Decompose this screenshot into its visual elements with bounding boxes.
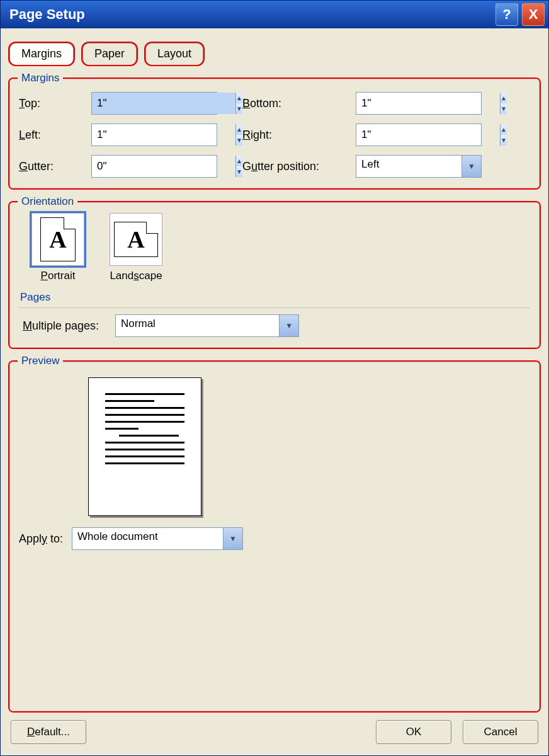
spinner-right-down-icon[interactable]: ▼	[501, 135, 507, 146]
input-gutter[interactable]	[92, 156, 235, 177]
orientation-landscape-label: Landscape	[110, 270, 162, 282]
spinner-right-up-icon[interactable]: ▲	[501, 124, 507, 135]
label-bottom: Bottom:	[242, 97, 356, 110]
label-gutter-pos: Gutter position:	[242, 160, 356, 173]
spinner-bottom-down-icon[interactable]: ▼	[501, 103, 507, 114]
chevron-down-icon[interactable]: ▼	[223, 528, 242, 549]
ok-button[interactable]: OK	[376, 720, 451, 744]
label-top: Top:	[19, 97, 91, 110]
label-apply-to: Apply to:	[19, 532, 63, 546]
input-left[interactable]	[92, 124, 235, 146]
input-right[interactable]	[356, 124, 500, 146]
spinner-bottom-up-icon[interactable]: ▲	[501, 93, 507, 103]
spinner-left[interactable]: ▲▼	[91, 123, 217, 146]
combo-multiple-pages-value: Normal	[116, 315, 279, 336]
combo-apply-to[interactable]: Whole document ▼	[72, 527, 243, 550]
chevron-down-icon[interactable]: ▼	[461, 156, 481, 177]
titlebar: Page Setup ? X	[1, 1, 548, 28]
label-gutter: Gutter:	[19, 160, 91, 173]
spinner-top-down-icon[interactable]: ▼	[236, 103, 242, 114]
close-icon[interactable]: X	[522, 3, 545, 26]
combo-gutter-pos[interactable]: Left ▼	[356, 155, 482, 178]
spinner-left-down-icon[interactable]: ▼	[236, 135, 242, 146]
combo-gutter-pos-value: Left	[356, 156, 461, 177]
orientation-landscape[interactable]: A Landscape	[110, 213, 162, 282]
group-margins-legend: Margins	[18, 72, 63, 84]
orientation-portrait-label: Portrait	[41, 270, 76, 282]
spinner-top-up-icon[interactable]: ▲	[236, 93, 242, 103]
input-bottom[interactable]	[356, 93, 500, 114]
chevron-down-icon[interactable]: ▼	[279, 315, 298, 336]
cancel-button[interactable]: Cancel	[463, 720, 538, 744]
spinner-right[interactable]: ▲▼	[356, 123, 482, 146]
combo-apply-to-value: Whole document	[72, 528, 223, 549]
label-multiple-pages: Multiple pages:	[23, 319, 99, 333]
group-orientation-legend: Orientation	[18, 195, 77, 208]
page-setup-dialog: Page Setup ? X Margins Paper Layout Marg…	[0, 0, 549, 756]
group-preview-legend: Preview	[18, 355, 63, 367]
tab-margins[interactable]: Margins	[9, 43, 74, 65]
help-icon[interactable]: ?	[495, 3, 518, 26]
default-button[interactable]: Default...	[11, 720, 86, 744]
label-right: Right:	[242, 129, 356, 142]
tab-layout[interactable]: Layout	[145, 43, 203, 65]
orientation-portrait[interactable]: A Portrait	[31, 213, 84, 282]
input-top[interactable]	[92, 93, 235, 114]
group-preview: Preview Apply to: Whole document ▼	[9, 362, 540, 711]
spinner-left-up-icon[interactable]: ▲	[236, 124, 242, 135]
spinner-gutter[interactable]: ▲▼	[91, 155, 217, 178]
combo-multiple-pages[interactable]: Normal ▼	[115, 314, 299, 337]
group-pages-legend: Pages	[20, 291, 530, 304]
landscape-page-icon: A	[114, 222, 158, 257]
portrait-page-icon: A	[40, 217, 76, 261]
tab-strip: Margins Paper Layout	[9, 37, 540, 65]
spinner-gutter-up-icon[interactable]: ▲	[236, 156, 242, 166]
spinner-bottom[interactable]: ▲▼	[356, 92, 482, 115]
spinner-top[interactable]: ▲▼	[91, 92, 217, 115]
tab-paper[interactable]: Paper	[82, 43, 137, 65]
dialog-button-bar: Default... OK Cancel	[1, 720, 548, 755]
group-margins: Margins Top: ▲▼ Bottom: ▲▼ Left: ▲▼	[9, 79, 540, 188]
spinner-gutter-down-icon[interactable]: ▼	[236, 166, 242, 177]
group-orientation-pages: Orientation A Portrait A Landscape Pages…	[9, 202, 540, 348]
preview-page-icon	[88, 377, 201, 516]
label-left: Left:	[19, 129, 91, 142]
window-title: Page Setup	[9, 6, 85, 23]
